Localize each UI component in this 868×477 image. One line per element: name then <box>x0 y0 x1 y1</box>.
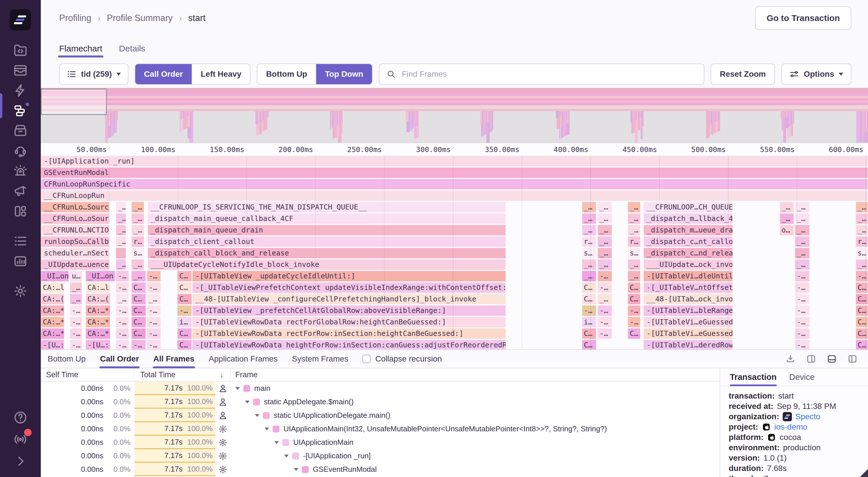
flame-frame[interactable]: -[UITableVi…bleRange:] <box>643 305 733 316</box>
flame-frame[interactable]: -[UITableViewRowData rectForRow:inSectio… <box>192 328 506 339</box>
toggle-bottom-up[interactable]: Bottom Up <box>257 64 316 84</box>
flame-frame[interactable]: -… <box>597 305 612 316</box>
panel-tab-transaction[interactable]: Transaction <box>730 368 777 386</box>
flame-frame[interactable]: CA:…l) <box>41 282 64 293</box>
flame-frame[interactable]: -… <box>116 328 129 339</box>
sidebar-item-activity-icon[interactable] <box>12 233 29 249</box>
flame-frame[interactable]: CA:…l) <box>86 282 110 293</box>
flame-frame[interactable]: -… <box>582 305 596 316</box>
flame-frame[interactable]: _dispatch_m…ueue_drain <box>643 225 733 236</box>
flame-frame[interactable]: C… <box>856 340 868 350</box>
flame-frame[interactable]: _… <box>582 225 596 236</box>
flame-frame[interactable]: C… <box>177 340 192 350</box>
flame-frame[interactable]: C… <box>582 340 596 350</box>
sidebar-item-projects-icon[interactable] <box>12 42 29 59</box>
flame-frame[interactable]: CA:…() <box>41 294 64 305</box>
flame-frame[interactable]: -… <box>597 271 612 281</box>
flame-frame[interactable]: -… <box>116 305 129 316</box>
flame-frame[interactable]: -… <box>147 328 161 339</box>
flame-frame[interactable]: -[UITableViewRowData rectForGlobalRow:he… <box>192 317 506 328</box>
table-row[interactable]: 0.00ns0.0%7.17s100.0%main <box>41 382 719 395</box>
flame-frame[interactable]: -… <box>597 282 612 293</box>
flame-frame[interactable]: -… <box>628 317 641 328</box>
flame-frame[interactable]: __48-[UITableView _configureCellPrefetch… <box>192 294 506 305</box>
flame-frame[interactable]: -… <box>795 305 810 316</box>
flame-frame[interactable]: _… <box>628 259 641 270</box>
flame-frame[interactable]: -… <box>116 282 129 293</box>
flame-frame[interactable]: -… <box>147 317 161 328</box>
frame-tab-all-frames[interactable]: All Frames <box>153 350 195 368</box>
sidebar-item-alerts-icon[interactable] <box>12 162 29 179</box>
flame-frame[interactable]: _… <box>856 213 868 224</box>
total-time-header[interactable]: Total Time ↓ <box>134 368 230 381</box>
flamechart-minimap[interactable] <box>41 88 868 143</box>
flame-frame[interactable]: C… <box>856 294 868 305</box>
layout-bottom-button[interactable] <box>827 354 837 364</box>
flame-frame[interactable]: _… <box>628 202 641 213</box>
flame-frame[interactable]: _UI…on <box>41 271 69 281</box>
flame-frame[interactable]: C… <box>131 328 146 339</box>
flame-frame[interactable]: _… <box>628 213 641 224</box>
flame-frame[interactable]: CFRunLoopRunSpecific <box>41 179 868 190</box>
sidebar-item-issues-icon[interactable] <box>12 62 29 79</box>
flame-frame[interactable]: C… <box>856 328 868 339</box>
flame-frame[interactable]: -[UITableVi…eGuessed:] <box>643 328 733 339</box>
flame-frame[interactable]: _dispatch_c…nt_callout <box>643 236 733 247</box>
flame-frame[interactable]: _dispatch_call_block_and_release <box>148 248 506 259</box>
flame-frame[interactable]: _… <box>116 259 126 270</box>
sidebar-expand-icon[interactable] <box>12 453 29 470</box>
expand-chevron-icon[interactable] <box>255 414 259 417</box>
flame-frame[interactable]: GSEventRunModal <box>41 167 868 178</box>
sidebar-item-profiling-icon[interactable] <box>12 102 29 119</box>
expand-chevron-icon[interactable] <box>265 427 269 430</box>
flame-frame[interactable]: _… <box>131 259 144 270</box>
flame-frame[interactable]: C… <box>582 282 596 293</box>
flame-frame[interactable]: -[_UITableViewPrefetchContext updateVisi… <box>192 282 506 293</box>
flame-frame[interactable]: _… <box>582 259 596 270</box>
frame-tab-application-frames[interactable]: Application Frames <box>208 350 278 368</box>
resize-handle[interactable] <box>860 469 868 477</box>
flame-frame[interactable]: _dispatch_main_queue_drain <box>148 225 506 236</box>
breadcrumb-item[interactable]: Profiling <box>59 13 91 23</box>
flame-frame[interactable]: -… <box>147 340 161 350</box>
table-row[interactable]: 0.00ns0.0%7.17s100.0%static AppDelegate.… <box>41 395 719 409</box>
search-input[interactable] <box>401 69 697 79</box>
flame-frame[interactable]: s… <box>628 248 641 259</box>
flame-frame[interactable]: _… <box>597 294 612 305</box>
flame-frame[interactable]: -… <box>795 271 810 281</box>
flame-frame[interactable]: CA:…*) <box>86 317 110 328</box>
flame-frame[interactable]: -… <box>131 340 146 350</box>
tab-flamechart[interactable]: Flamechart <box>59 44 102 60</box>
flame-frame[interactable]: C… <box>177 282 192 293</box>
flame-frame[interactable]: _… <box>147 294 161 305</box>
flame-frame[interactable]: C… <box>131 294 146 305</box>
find-frames-search[interactable] <box>379 63 704 85</box>
flame-frame[interactable]: _… <box>582 271 596 281</box>
flame-frame[interactable]: _… <box>131 213 144 224</box>
flame-frame[interactable]: s… <box>131 248 144 259</box>
flame-frame[interactable]: _… <box>70 294 82 305</box>
flame-frame[interactable]: _… <box>131 225 144 236</box>
flame-frame[interactable]: u… <box>70 271 82 281</box>
flame-frame[interactable]: C… <box>856 317 868 328</box>
flame-frame[interactable]: _… <box>628 225 641 236</box>
table-row[interactable]: 0.00ns0.0%7.17s100.0%static UIApplicatio… <box>41 409 719 422</box>
flame-frame[interactable]: C… <box>131 282 146 293</box>
flame-frame[interactable]: -… <box>116 271 129 281</box>
expand-chevron-icon[interactable] <box>235 387 240 390</box>
table-row[interactable]: 0.00ns0.0%7.17s100.0%UIApplicationMain <box>41 436 719 449</box>
flame-frame[interactable]: _UIUpdate…uenceRun <box>41 259 110 270</box>
flame-frame[interactable]: C… <box>856 305 868 316</box>
flame-frame[interactable]: runloopSo…Callback <box>41 236 110 247</box>
sidebar-item-releases-icon[interactable] <box>12 122 29 139</box>
flame-frame[interactable]: _… <box>779 213 794 224</box>
flame-frame[interactable]: _… <box>856 202 868 213</box>
sidebar-item-stats-icon[interactable] <box>12 253 29 270</box>
table-row[interactable]: 0.00ns0.0%7.17s100.0%GSEventRunModal <box>41 463 719 476</box>
flame-frame[interactable]: -[U…:] <box>41 340 64 350</box>
flame-frame[interactable]: -[U…:] <box>86 340 110 350</box>
flame-frame[interactable]: -… <box>795 328 810 339</box>
flame-frame[interactable]: _… <box>116 294 129 305</box>
flame-frame[interactable]: _… <box>795 236 810 247</box>
flame-frame[interactable]: C… <box>628 328 641 339</box>
